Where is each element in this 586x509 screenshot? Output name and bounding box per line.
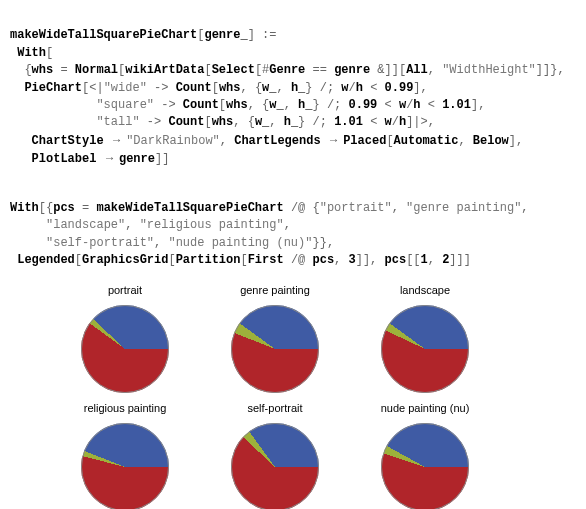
pie-chart-nude-painting: nude painting (nu) [350,401,500,509]
chart-title: portrait [108,283,142,299]
chart-title: self-portrait [247,401,302,417]
chart-title: religious painting [84,401,167,417]
pie-chart-self-portrait: self-portrait [200,401,350,509]
pie-chart-portrait: portrait [50,283,200,395]
pie-chart-landscape: landscape [350,283,500,395]
pie-chart-genre-painting: genre painting [200,283,350,395]
code-block-1: makeWideTallSquarePieChart[genre_] := Wi… [10,10,576,169]
chart-title: landscape [400,283,450,299]
pie-chart-religious-painting: religious painting [50,401,200,509]
pie-chart-grid: portrait genre painting landscape religi… [50,283,576,509]
chart-title: genre painting [240,283,310,299]
code-block-2: With[{pcs = makeWideTallSquarePieChart /… [10,183,576,270]
chart-title: nude painting (nu) [381,401,470,417]
